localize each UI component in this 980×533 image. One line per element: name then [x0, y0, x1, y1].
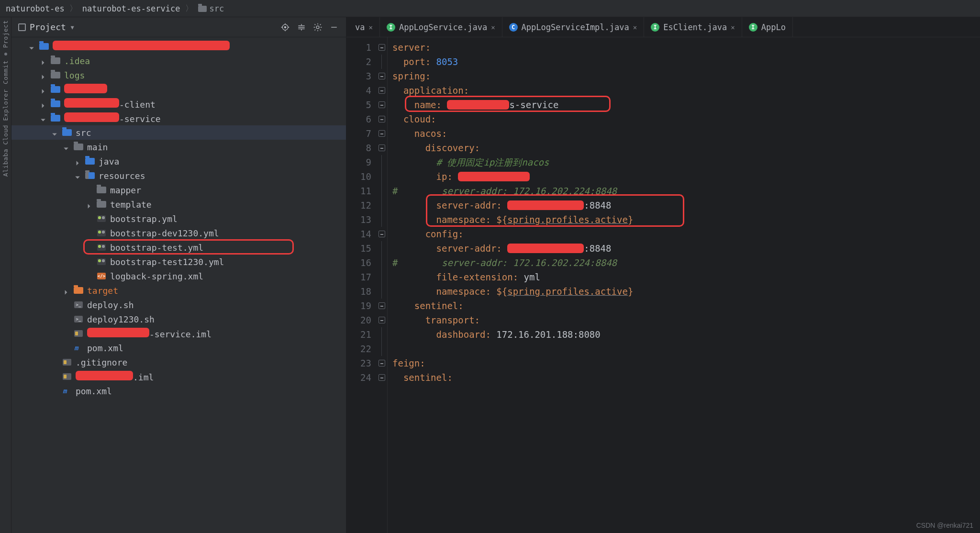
close-icon[interactable]: ✕	[368, 23, 372, 31]
tree-row[interactable]: -client	[11, 97, 346, 111]
expand-arrow-icon[interactable]	[40, 115, 47, 122]
tree-row[interactable]: bootstrap.yml	[11, 211, 346, 226]
code-line[interactable]: cloud:	[390, 112, 980, 126]
fold-toggle-icon[interactable]	[379, 87, 385, 94]
gutter-label-commit[interactable]: Commit	[2, 60, 9, 84]
code-line[interactable]: # 使用固定ip注册到nacos	[390, 155, 980, 169]
fold-toggle-icon[interactable]	[379, 73, 385, 79]
expand-arrow-icon[interactable]	[40, 57, 47, 64]
code-line[interactable]: name: s-service	[390, 98, 980, 112]
breadcrumb-mid[interactable]: naturobot-es-service	[82, 4, 180, 13]
tree-row[interactable]: >_deploy.sh	[11, 298, 346, 312]
expand-arrow-icon[interactable]	[40, 100, 47, 107]
expand-arrow-icon[interactable]	[40, 86, 47, 93]
gutter-label-alibaba[interactable]: Alibaba Cloud Explorer	[2, 89, 9, 177]
code-line[interactable]: discovery:	[390, 141, 980, 155]
editor-tab[interactable]: IAppLogService.java✕	[380, 17, 502, 37]
editor-tab[interactable]: IEsClient.java✕	[644, 17, 742, 37]
tree-row[interactable]: .iml	[11, 369, 346, 384]
code-line[interactable]: dashboard: 172.16.201.188:8080	[390, 327, 980, 342]
fold-toggle-icon[interactable]	[379, 44, 385, 51]
expand-arrow-icon[interactable]	[75, 172, 81, 179]
expand-arrow-icon[interactable]	[63, 287, 70, 294]
fold-toggle-icon[interactable]	[379, 130, 385, 137]
close-icon[interactable]: ✕	[633, 23, 637, 31]
code-line[interactable]: spring:	[390, 69, 980, 83]
code-line[interactable]: sentinel:	[390, 370, 980, 385]
project-tree[interactable]: .idealogs-client-servicesrcmainjavaresou…	[11, 37, 346, 533]
code-line[interactable]: ip:	[390, 169, 980, 184]
code-line[interactable]: server:	[390, 40, 980, 55]
expand-arrow-icon[interactable]	[86, 201, 93, 208]
fold-toggle-icon[interactable]	[379, 317, 385, 323]
tree-row[interactable]: target	[11, 283, 346, 298]
tree-row[interactable]: mpom.xml	[11, 341, 346, 355]
tree-row[interactable]: .gitignore	[11, 355, 346, 369]
code-line[interactable]: config:	[390, 227, 980, 241]
collapse-icon[interactable]	[296, 22, 307, 33]
tree-item-label: deploy1230.sh	[87, 314, 155, 324]
fold-toggle-icon[interactable]	[379, 360, 385, 366]
expand-arrow-icon[interactable]	[75, 158, 81, 165]
fold-toggle-icon[interactable]	[379, 144, 385, 151]
tree-row[interactable]: bootstrap-dev1230.yml	[11, 226, 346, 240]
expand-arrow-icon[interactable]	[63, 144, 70, 150]
expand-arrow-icon[interactable]	[29, 43, 35, 50]
code-line[interactable]: server-addr: :8848	[390, 198, 980, 212]
target-icon[interactable]	[280, 22, 290, 33]
tree-row[interactable]: >_deploy1230.sh	[11, 312, 346, 326]
code-line[interactable]: transport:	[390, 313, 980, 327]
tree-row[interactable]: src	[11, 125, 346, 140]
tree-row[interactable]: -service	[11, 111, 346, 125]
tree-row[interactable]: logs	[11, 68, 346, 82]
tree-row[interactable]: bootstrap-test.yml	[11, 240, 346, 255]
tree-row[interactable]	[11, 82, 346, 97]
tree-row[interactable]: </>logback-spring.xml	[11, 269, 346, 283]
editor-tab[interactable]: IAppLo	[742, 17, 793, 37]
code-line[interactable]: # server-addr: 172.16.202.224:8848	[390, 255, 980, 270]
tree-row[interactable]: .idea	[11, 54, 346, 68]
tree-row[interactable]: bootstrap-test1230.yml	[11, 255, 346, 269]
line-number: 4	[346, 83, 371, 98]
editor-tab[interactable]: va✕	[348, 17, 380, 37]
code-line[interactable]	[390, 342, 980, 356]
code-content[interactable]: server: port: 8053spring: application: n…	[388, 37, 980, 533]
code-line[interactable]: nacos:	[390, 126, 980, 141]
code-line[interactable]: file-extension: yml	[390, 270, 980, 284]
expand-arrow-icon[interactable]	[40, 72, 47, 78]
tree-row[interactable]: java	[11, 154, 346, 168]
close-icon[interactable]: ✕	[491, 23, 495, 31]
expand-arrow-icon[interactable]	[52, 129, 58, 136]
code-line[interactable]: namespace: ${spring.profiles.active}	[390, 284, 980, 299]
fold-toggle-icon[interactable]	[379, 116, 385, 122]
project-title[interactable]: Project	[30, 22, 66, 32]
fold-toggle-icon[interactable]	[379, 302, 385, 309]
tree-row[interactable]: main	[11, 140, 346, 154]
fold-toggle-icon[interactable]	[379, 374, 385, 381]
minimize-icon[interactable]	[329, 22, 339, 33]
expand-arrow-icon	[86, 273, 93, 279]
tree-row[interactable]: mpom.xml	[11, 384, 346, 398]
code-line[interactable]: # server-addr: 172.16.202.224:8848	[390, 184, 980, 198]
fold-toggle-icon[interactable]	[379, 231, 385, 237]
fold-toggle-icon[interactable]	[379, 101, 385, 108]
code-line[interactable]: application:	[390, 83, 980, 98]
code-line[interactable]: server-addr: :8848	[390, 241, 980, 255]
close-icon[interactable]: ✕	[731, 23, 735, 31]
gear-icon[interactable]	[312, 22, 323, 33]
editor-tab[interactable]: CAppLogServiceImpl.java✕	[502, 17, 645, 37]
breadcrumb-leaf[interactable]: src	[198, 4, 224, 13]
code-line[interactable]: port: 8053	[390, 55, 980, 69]
gutter-label-project[interactable]: Project	[2, 20, 9, 48]
code-line[interactable]: feign:	[390, 356, 980, 370]
tree-row[interactable]: template	[11, 197, 346, 211]
tree-row[interactable]: -service.iml	[11, 326, 346, 341]
dropdown-icon[interactable]: ▾	[70, 22, 75, 32]
breadcrumb-root[interactable]: naturobot-es	[6, 4, 65, 13]
yaml-icon	[97, 244, 106, 251]
code-line[interactable]: namespace: ${spring.profiles.active}	[390, 212, 980, 227]
code-line[interactable]: sentinel:	[390, 299, 980, 313]
tree-row[interactable]	[11, 39, 346, 54]
tree-row[interactable]: mapper	[11, 183, 346, 197]
tree-row[interactable]: resources	[11, 168, 346, 183]
